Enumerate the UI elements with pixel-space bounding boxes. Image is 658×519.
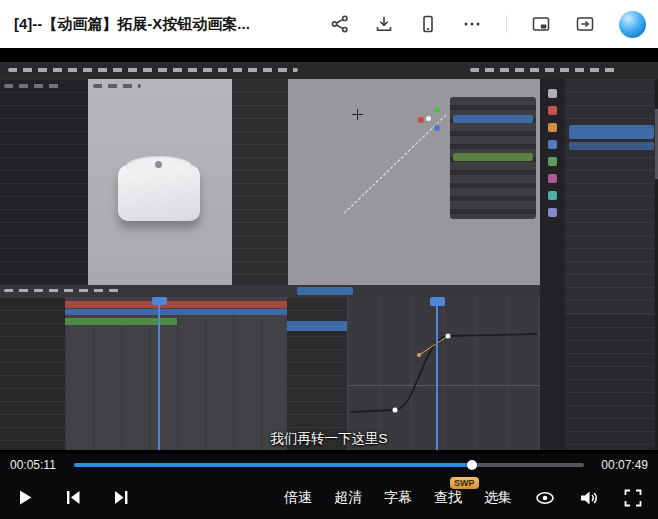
share-icon[interactable] — [330, 14, 350, 34]
gizmo — [418, 107, 444, 133]
swp-badge: SWP — [450, 477, 479, 489]
pip-icon[interactable] — [531, 14, 551, 34]
total-time: 00:07:49 — [592, 458, 648, 472]
subtitle-button[interactable]: 字幕 — [384, 489, 412, 507]
dopesheet-channels — [0, 297, 65, 450]
miniplayer-icon[interactable] — [575, 14, 595, 34]
blender-left-panel — [0, 79, 88, 285]
speaker-object — [118, 165, 200, 221]
menu-text-blobs — [8, 68, 298, 72]
tab-dot — [548, 174, 557, 183]
play-button[interactable] — [14, 487, 36, 509]
speaker-object-button — [155, 161, 162, 168]
video-player-window: [4]--【动画篇】拓展-X按钮动画案... — [0, 0, 658, 519]
gizmo-axis-green — [434, 107, 440, 113]
dopesheet-header — [0, 285, 287, 297]
progress-row: 00:05:11 00:07:49 — [0, 454, 658, 476]
panel-row-highlight — [453, 115, 533, 123]
blender-3d-viewport — [288, 79, 540, 285]
left-panel-blobs — [4, 84, 60, 88]
next-button[interactable] — [110, 487, 132, 509]
selected-property-row — [569, 125, 654, 139]
blender-properties-tabs — [540, 79, 565, 450]
track-strip-orange — [65, 301, 287, 308]
tab-dot — [548, 123, 557, 132]
control-bar: 倍速 超清 字幕 查找 SWP 选集 — [0, 476, 658, 519]
track-strip-blue — [65, 309, 287, 315]
tab-dot — [548, 89, 557, 98]
gizmo-center — [426, 116, 431, 121]
current-time: 00:05:11 — [10, 458, 66, 472]
blender-graph-editor — [287, 285, 540, 450]
selected-property-row-2 — [569, 142, 654, 150]
controls-right-group: 倍速 超清 字幕 查找 SWP 选集 — [284, 487, 644, 509]
progress-bar[interactable] — [74, 463, 584, 467]
graph-channels — [287, 297, 347, 450]
tab-dot — [548, 191, 557, 200]
menu-text-blobs-right — [470, 68, 620, 72]
fullscreen-button[interactable] — [622, 487, 644, 509]
progress-knob[interactable] — [467, 460, 477, 470]
previous-button[interactable] — [62, 487, 84, 509]
blender-menubar — [0, 62, 658, 79]
tab-dot — [548, 140, 557, 149]
progress-fill — [74, 463, 472, 467]
quality-button[interactable]: 超清 — [334, 489, 362, 507]
find-label: 查找 — [434, 489, 462, 505]
episodes-button[interactable]: 选集 — [484, 489, 512, 507]
graph-channel-selected — [287, 321, 347, 331]
find-button[interactable]: 查找 SWP — [434, 489, 462, 507]
blender-dopesheet — [0, 285, 287, 450]
graph-playhead-line — [436, 297, 438, 450]
tab-dot — [548, 208, 557, 217]
video-content-blender — [0, 62, 658, 450]
tab-dot — [548, 106, 557, 115]
fcurve — [347, 297, 540, 450]
track-strip-green — [65, 318, 177, 325]
mobile-icon[interactable] — [418, 14, 438, 34]
tab-dot — [548, 157, 557, 166]
transform-float-panel — [450, 97, 536, 219]
blender-camera-viewport — [88, 79, 232, 285]
cursor-marker — [352, 109, 363, 120]
speed-button[interactable]: 倍速 — [284, 489, 312, 507]
panel-row-green — [453, 153, 533, 161]
subtitle-text: 我们再转一下这里S — [0, 430, 658, 448]
gizmo-axis-red — [418, 117, 424, 123]
user-avatar[interactable] — [619, 11, 646, 38]
graph-header-chip — [297, 287, 353, 295]
video-frame[interactable]: 我们再转一下这里S — [0, 48, 658, 454]
graph-header — [287, 285, 540, 297]
playhead-line — [158, 297, 160, 450]
video-title: [4]--【动画篇】拓展-X按钮动画案... — [14, 15, 250, 34]
volume-button[interactable] — [578, 487, 600, 509]
viewport-label-blob — [93, 84, 141, 88]
header-actions — [330, 11, 646, 38]
dopesheet-header-blobs — [4, 289, 124, 292]
blender-mid-panel — [232, 79, 288, 285]
blender-properties-panel — [565, 79, 658, 450]
gizmo-axis-blue — [434, 125, 440, 131]
header-divider — [506, 15, 507, 33]
more-icon[interactable] — [462, 14, 482, 34]
window-header: [4]--【动画篇】拓展-X按钮动画案... — [0, 0, 658, 48]
eye-icon[interactable] — [534, 487, 556, 509]
download-icon[interactable] — [374, 14, 394, 34]
